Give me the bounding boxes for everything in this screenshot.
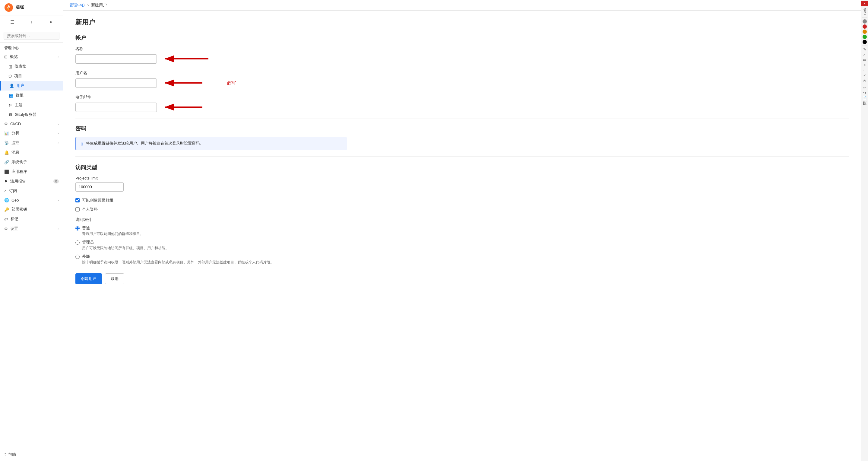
undo-icon[interactable]: ↩ bbox=[863, 86, 866, 90]
sidebar-item-analytics[interactable]: 📊 分析 › bbox=[0, 128, 63, 138]
regular-radio[interactable] bbox=[75, 226, 80, 230]
username-input[interactable] bbox=[75, 79, 157, 88]
key-icon: 🔑 bbox=[4, 207, 9, 212]
logo-text: 极狐 bbox=[16, 5, 24, 10]
external-label: 外部 bbox=[82, 254, 90, 259]
email-input[interactable] bbox=[75, 102, 157, 112]
chevron-icon: › bbox=[58, 122, 59, 126]
sidebar-item-projects[interactable]: ⬡ 项目 bbox=[0, 71, 63, 81]
sidebar-item-geo[interactable]: 🌐 Geo › bbox=[0, 196, 63, 205]
can-create-group-label[interactable]: 可以创建顶级群组 bbox=[82, 197, 114, 203]
external-radio[interactable] bbox=[75, 255, 80, 259]
sidebar: 极狐 ☰ ＋ ✦ 管理中心 ⊞ 概览 › ◫ 仪表盘 ⬡ 项目 👤 用户 bbox=[0, 0, 63, 461]
sidebar-item-apps[interactable]: ⬛ 应用程序 bbox=[0, 167, 63, 177]
hook-icon: 🔗 bbox=[4, 160, 9, 164]
email-label: 电子邮件 bbox=[75, 94, 849, 100]
access-section-title: 访问类型 bbox=[75, 164, 849, 171]
sidebar-item-subscription[interactable]: ○ 订阅 bbox=[0, 186, 63, 196]
sidebar-item-deploy[interactable]: 🔑 部署密钥 bbox=[0, 205, 63, 214]
regular-desc: 普通用户可以访问他们的群组和项目。 bbox=[82, 232, 849, 237]
create-user-button[interactable]: 创建用户 bbox=[75, 273, 102, 284]
sidebar-item-hooks[interactable]: 🔗 系统钩子 bbox=[0, 157, 63, 167]
fox-logo-icon bbox=[4, 3, 13, 12]
circle-icon[interactable]: ○ bbox=[864, 63, 866, 67]
group-icon: 👥 bbox=[8, 93, 13, 98]
sidebar-item-monitor[interactable]: 📡 监控 › bbox=[0, 138, 63, 148]
cicd-icon: ⚙ bbox=[4, 122, 8, 126]
color-swatch-black[interactable] bbox=[863, 40, 867, 44]
topbar: 管理中心 > 新建用户 bbox=[63, 0, 861, 10]
personal-profile-checkbox[interactable] bbox=[75, 207, 80, 212]
sidebar-item-dashboard[interactable]: ◫ 仪表盘 bbox=[0, 62, 63, 71]
external-radio-option: 外部 除非明确授予访问权限，否则外部用户无法查看内部或私有项目。另外，外部用户无… bbox=[75, 254, 849, 265]
close-icon: × bbox=[864, 2, 866, 5]
regular-radio-option: 普通 普通用户可以访问他们的群组和项目。 bbox=[75, 225, 849, 237]
abuse-icon: ⚑ bbox=[4, 179, 8, 184]
line-icon[interactable]: ⁄ bbox=[864, 53, 865, 57]
sidebar-item-overview[interactable]: ⊞ 概览 › bbox=[0, 52, 63, 62]
file-icon[interactable]: 📄 bbox=[862, 96, 867, 100]
admin-desc: 用户可以无限制地访问所有群组、项目、用户和功能。 bbox=[82, 246, 849, 251]
monitor-icon: 📡 bbox=[4, 141, 9, 145]
activity-btn[interactable]: ✦ bbox=[46, 18, 55, 26]
password-info-text: 将生成重置链接并发送给用户。用户将被迫在首次登录时设置密码。 bbox=[86, 141, 204, 146]
topic-icon: 🏷 bbox=[8, 103, 12, 107]
admin-radio-option: 管理员 用户可以无限制地访问所有群组、项目、用户和功能。 bbox=[75, 240, 849, 251]
sidebar-item-abuse[interactable]: ⚑ 滥用报告 0 bbox=[0, 177, 63, 186]
arrow-left-icon[interactable]: ← bbox=[863, 68, 867, 72]
check-icon[interactable]: ✓ bbox=[863, 73, 866, 77]
subscription-icon: ○ bbox=[4, 189, 7, 193]
message-icon: 🔔 bbox=[4, 150, 9, 155]
panel-divider bbox=[862, 18, 867, 18]
name-input[interactable] bbox=[75, 54, 157, 64]
sidebar-item-groups[interactable]: 👥 群组 bbox=[0, 91, 63, 100]
form-actions: 创建用户 取消 bbox=[75, 273, 849, 293]
projects-icon: ⬡ bbox=[8, 74, 12, 79]
breadcrumb-parent[interactable]: 管理中心 bbox=[69, 2, 85, 8]
label-icon: 🏷 bbox=[4, 217, 8, 221]
sidebar-toggle-btn[interactable]: ☰ bbox=[8, 18, 17, 26]
sidebar-item-cicd[interactable]: ⚙ CI/CD › bbox=[0, 120, 63, 128]
projects-limit-input[interactable] bbox=[75, 182, 124, 192]
sidebar-item-users[interactable]: 👤 用户 bbox=[0, 81, 63, 91]
external-desc: 除非明确授予访问权限，否则外部用户无法查看内部或私有项目。另外，外部用户无法创建… bbox=[82, 260, 849, 265]
sidebar-item-topics[interactable]: 🏷 主题 bbox=[0, 100, 63, 110]
access-section: 访问类型 Projects limit 可以创建顶级群组 个人资料 访问级别 普… bbox=[75, 164, 849, 265]
name-arrow-annotation bbox=[162, 53, 210, 64]
app-icon: ⬛ bbox=[4, 170, 9, 174]
help-icon: ? bbox=[4, 453, 6, 457]
sidebar-item-gitaly[interactable]: 🖥 Gitaly服务器 bbox=[0, 110, 63, 120]
main-area: 管理中心 > 新建用户 新用户 帐户 名称 bbox=[63, 0, 861, 461]
sidebar-top-actions: ☰ ＋ ✦ bbox=[0, 16, 63, 29]
color-swatch-orange[interactable] bbox=[863, 30, 867, 34]
cancel-button[interactable]: 取消 bbox=[105, 273, 124, 284]
email-form-group: 电子邮件 bbox=[75, 94, 849, 113]
name-form-group: 名称 bbox=[75, 46, 849, 64]
color-swatch-gray[interactable] bbox=[863, 19, 867, 24]
sidebar-footer-help[interactable]: ? 帮助 bbox=[0, 448, 63, 461]
personal-profile-label[interactable]: 个人资料 bbox=[82, 207, 98, 212]
new-item-btn[interactable]: ＋ bbox=[27, 18, 36, 27]
pencil-icon[interactable]: ✎ bbox=[863, 48, 866, 52]
chevron-icon: › bbox=[58, 55, 59, 59]
can-create-group-checkbox[interactable] bbox=[75, 198, 80, 203]
password-section-title: 密码 bbox=[75, 125, 849, 132]
color-swatch-red[interactable] bbox=[863, 25, 867, 29]
sidebar-section-title: 管理中心 bbox=[0, 42, 63, 52]
text-icon[interactable]: A bbox=[863, 78, 866, 82]
color-swatch-green[interactable] bbox=[863, 35, 867, 39]
panel-divider-3 bbox=[862, 84, 867, 84]
page-title: 新用户 bbox=[75, 18, 849, 27]
admin-radio[interactable] bbox=[75, 241, 80, 245]
chevron-icon: › bbox=[58, 141, 59, 145]
right-panel-close[interactable]: × bbox=[861, 1, 868, 6]
sidebar-item-messages[interactable]: 🔔 消息 bbox=[0, 148, 63, 157]
redo-icon[interactable]: ↪ bbox=[863, 91, 866, 95]
access-level-section: 访问级别 普通 普通用户可以访问他们的群组和项目。 管理员 用户可以无限制地访问… bbox=[75, 217, 849, 265]
sidebar-item-settings[interactable]: ⚙ 设置 › bbox=[0, 224, 63, 234]
abuse-badge: 0 bbox=[53, 179, 59, 183]
search-input[interactable] bbox=[4, 32, 59, 40]
sidebar-item-labels[interactable]: 🏷 标记 bbox=[0, 214, 63, 224]
image-icon[interactable]: 🖼 bbox=[863, 101, 867, 105]
rect-icon[interactable]: ▭ bbox=[863, 58, 866, 62]
